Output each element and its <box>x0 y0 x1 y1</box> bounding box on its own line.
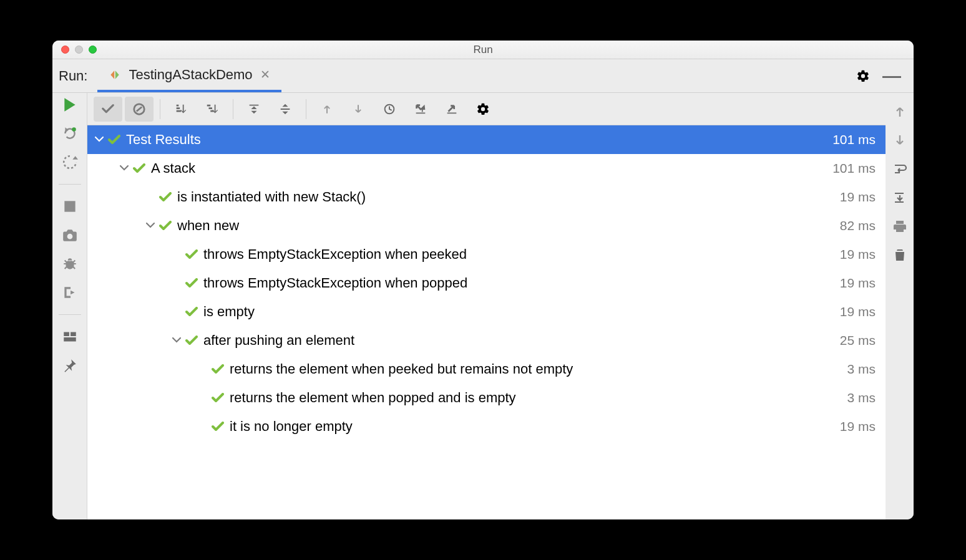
tool-window-label: Run: <box>52 59 97 92</box>
test-toolbar <box>87 93 886 125</box>
print-button[interactable] <box>892 219 907 234</box>
tree-node[interactable]: is empty 19 ms <box>87 297 886 326</box>
node-label: it is no longer empty <box>226 418 840 435</box>
sort-alphabetically-button[interactable] <box>167 97 195 122</box>
show-ignored-toggle[interactable] <box>125 97 154 122</box>
dump-threads-button[interactable] <box>62 227 78 243</box>
titlebar[interactable]: Run <box>52 41 914 59</box>
tree-node[interactable]: after pushing an element 25 ms <box>87 326 886 355</box>
chevron-down-icon[interactable] <box>117 164 131 173</box>
expand-all-button[interactable] <box>240 97 268 122</box>
next-failed-button[interactable] <box>344 97 373 122</box>
run-button[interactable] <box>62 97 78 113</box>
show-passed-toggle[interactable] <box>94 97 122 122</box>
pass-icon <box>131 163 147 173</box>
test-results-tree[interactable]: Test Results 101 ms A stack 101 ms is in… <box>87 125 886 519</box>
node-label: returns the element when popped and is e… <box>226 390 847 406</box>
test-settings-button[interactable] <box>469 97 497 122</box>
tree-node[interactable]: throws EmptyStackException when peeked 1… <box>87 240 886 269</box>
chevron-down-icon[interactable] <box>92 135 106 144</box>
node-duration: 19 ms <box>840 276 876 291</box>
tree-node[interactable]: it is no longer empty 19 ms <box>87 412 886 441</box>
tree-node[interactable]: returns the element when peeked but rema… <box>87 355 886 384</box>
run-config-icon <box>109 69 121 81</box>
scroll-down-button[interactable] <box>892 133 907 148</box>
tree-node-root[interactable]: Test Results 101 ms <box>87 125 886 154</box>
node-duration: 25 ms <box>840 333 876 348</box>
scroll-up-button[interactable] <box>892 104 907 119</box>
collapse-all-button[interactable] <box>271 97 300 122</box>
export-tests-button[interactable] <box>437 97 466 122</box>
node-label: returns the element when peeked but rema… <box>226 361 847 377</box>
run-config-tab[interactable]: TestingAStackDemo ✕ <box>97 59 281 92</box>
pass-icon <box>183 249 200 259</box>
separator <box>160 99 160 119</box>
pass-icon <box>210 393 226 403</box>
sort-by-duration-button[interactable] <box>198 97 227 122</box>
scroll-to-end-button[interactable] <box>892 190 907 205</box>
pass-icon <box>183 278 200 288</box>
toggle-auto-test-button[interactable] <box>62 154 78 170</box>
node-duration: 82 ms <box>840 218 876 233</box>
pin-button[interactable] <box>62 357 78 374</box>
node-label: is empty <box>200 304 840 320</box>
node-label: throws EmptyStackException when peeked <box>200 246 840 263</box>
node-duration: 19 ms <box>840 247 876 262</box>
stop-button[interactable] <box>62 198 78 215</box>
node-duration: 101 ms <box>832 161 876 176</box>
close-tab-button[interactable]: ✕ <box>260 67 270 82</box>
rerun-failed-button[interactable] <box>62 125 78 142</box>
node-duration: 101 ms <box>832 132 876 147</box>
node-label: Test Results <box>122 132 832 148</box>
node-duration: 19 ms <box>840 190 876 205</box>
node-label: throws EmptyStackException when popped <box>200 275 840 291</box>
node-duration: 3 ms <box>847 362 876 377</box>
hide-tool-window-button[interactable]: — <box>882 67 901 85</box>
separator <box>233 99 233 119</box>
tree-node[interactable]: when new 82 ms <box>87 211 886 240</box>
right-action-rail <box>886 93 914 519</box>
node-duration: 3 ms <box>847 390 876 405</box>
pass-icon <box>183 307 200 317</box>
soft-wrap-button[interactable] <box>892 162 907 176</box>
layout-button[interactable] <box>62 329 78 345</box>
node-duration: 19 ms <box>840 419 876 434</box>
separator <box>59 184 81 185</box>
chevron-down-icon[interactable] <box>144 221 157 230</box>
pass-icon <box>210 422 226 432</box>
chevron-down-icon[interactable] <box>170 336 183 345</box>
node-label: when new <box>173 218 840 234</box>
tree-node[interactable]: throws EmptyStackException when popped 1… <box>87 269 886 297</box>
tree-node[interactable]: is instantiated with new Stack() 19 ms <box>87 183 886 211</box>
separator <box>59 314 81 315</box>
exit-button[interactable] <box>62 284 78 301</box>
pass-icon <box>157 221 173 231</box>
pass-icon <box>157 192 173 202</box>
test-history-button[interactable] <box>375 97 404 122</box>
import-tests-button[interactable] <box>406 97 435 122</box>
separator <box>306 99 306 119</box>
left-action-rail <box>52 93 87 519</box>
previous-failed-button[interactable] <box>313 97 341 122</box>
tree-node[interactable]: A stack 101 ms <box>87 154 886 183</box>
clear-all-button[interactable] <box>892 248 907 263</box>
tree-node[interactable]: returns the element when popped and is e… <box>87 384 886 412</box>
node-label: after pushing an element <box>200 332 840 349</box>
window-title: Run <box>52 44 914 56</box>
tool-window-settings-button[interactable] <box>856 69 870 83</box>
pass-icon <box>210 364 226 374</box>
node-duration: 19 ms <box>840 304 876 319</box>
run-config-name: TestingAStackDemo <box>129 67 252 83</box>
pass-icon <box>106 135 122 145</box>
debug-button[interactable] <box>62 256 78 272</box>
node-label: A stack <box>147 160 832 176</box>
pass-icon <box>183 336 200 345</box>
run-tab-row: Run: TestingAStackDemo ✕ — <box>52 59 914 93</box>
run-tool-window: Run Run: TestingAStackDemo ✕ — <box>52 41 914 519</box>
node-label: is instantiated with new Stack() <box>173 189 840 205</box>
